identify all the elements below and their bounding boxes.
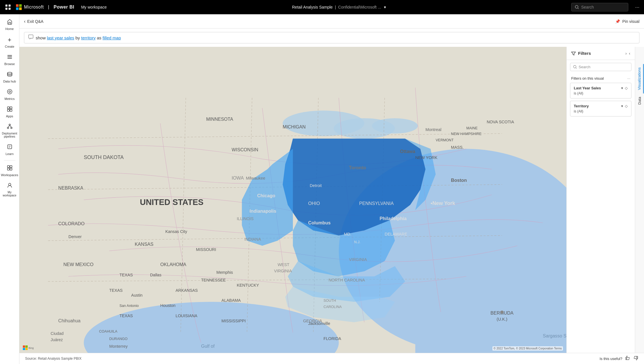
filter-value-1: is (All) [574, 91, 628, 95]
footer: Source: Retail Analysis Sample PBIX Is t… [19, 353, 644, 364]
filter-header: Filters › ‹ [567, 47, 635, 60]
svg-text:Jacksonville: Jacksonville [308, 321, 330, 326]
svg-line-20 [10, 126, 11, 127]
svg-rect-8 [7, 58, 12, 59]
sidebar-item-deployment[interactable]: Deployment pipelines [1, 121, 19, 140]
svg-rect-12 [7, 107, 9, 109]
svg-rect-29 [29, 35, 33, 38]
svg-point-37 [372, 118, 418, 134]
filter-section-dots[interactable]: ··· [627, 76, 630, 81]
svg-text:KANSAS: KANSAS [135, 242, 153, 247]
sidebar-label-learn: Learn [5, 152, 13, 156]
svg-text:CAROLINA: CAROLINA [323, 305, 342, 309]
svg-rect-0 [5, 5, 7, 7]
thumbs-up-icon[interactable] [625, 355, 630, 362]
svg-text:Gulf of: Gulf of [201, 343, 215, 349]
qa-bar: show last year sales by territory as fil… [24, 32, 639, 43]
sidebar-item-workspaces[interactable]: Workspaces [1, 163, 19, 179]
svg-text:NEW YORK: NEW YORK [415, 155, 438, 160]
svg-text:Montreal: Montreal [426, 127, 442, 132]
exit-qa-label: Exit Q&A [27, 19, 43, 24]
svg-rect-124 [23, 345, 25, 348]
report-title: Retail Analysis Sample | Confidential\Mi… [111, 5, 567, 9]
sidebar-item-apps[interactable]: Apps [1, 104, 19, 120]
filter-clear-1[interactable]: ◇ [625, 86, 628, 90]
filter-chevron-1[interactable]: ▾ [621, 86, 623, 90]
svg-rect-3 [9, 8, 11, 10]
svg-text:UNITED STATES: UNITED STATES [140, 198, 204, 207]
filter-card-header-1: Last Year Sales ▾ ◇ [574, 86, 628, 90]
myworkspace-icon [7, 182, 13, 190]
sidebar-label-metrics: Metrics [5, 97, 15, 100]
svg-rect-14 [7, 109, 9, 111]
svg-text:WISCONSIN: WISCONSIN [232, 147, 258, 152]
thumbs-down-icon[interactable] [633, 355, 638, 362]
svg-text:Kansas City: Kansas City [165, 229, 187, 234]
map-logo-icon: Bing [23, 345, 40, 351]
sidebar-item-create[interactable]: + Create [1, 34, 19, 51]
map-copyright: © 2022 TomTom, © 2023 Microsoft Corporat… [492, 346, 563, 351]
filter-chevron-2[interactable]: ▾ [621, 104, 623, 108]
qa-highlight-2[interactable]: territory [81, 35, 96, 40]
grid-icon[interactable] [5, 4, 11, 11]
tab-visualizations[interactable]: Visualizations [635, 64, 644, 93]
sidebar-item-datahub[interactable]: Data hub [1, 69, 19, 85]
workspaces-icon [7, 165, 13, 172]
filter-name-2: Territory [574, 104, 589, 108]
map-container[interactable]: UNITED STATES SOUTH DAKOTA NEBRASKA COLO… [19, 47, 566, 353]
svg-text:COLORADO: COLORADO [58, 221, 84, 226]
filter-card-last-year-sales: Last Year Sales ▾ ◇ is (All) [570, 83, 631, 98]
sidebar-item-learn[interactable]: Learn [1, 142, 19, 158]
svg-rect-6 [7, 55, 12, 56]
topbar: Microsoft | Power BI My workspace Retail… [0, 0, 644, 14]
sidebar-label-browse: Browse [4, 62, 15, 66]
svg-text:NOVA SCOTIA: NOVA SCOTIA [487, 120, 514, 124]
title-chevron-icon[interactable]: ▾ [384, 5, 386, 9]
svg-text:Indianapolis: Indianapolis [249, 208, 276, 214]
sidebar-label-myworkspace: My workspace [2, 191, 18, 197]
sidebar-item-home[interactable]: Home [1, 17, 19, 33]
svg-text:Denver: Denver [69, 234, 82, 239]
sidebar-divider [4, 160, 15, 160]
svg-text:(U.K.): (U.K.) [497, 317, 507, 321]
filter-collapse-icon[interactable]: ‹ [629, 51, 630, 56]
svg-line-130 [576, 68, 577, 69]
svg-text:Houston: Houston [160, 303, 175, 308]
sidebar-item-myworkspace[interactable]: My workspace [1, 180, 19, 199]
svg-text:NEW HAMPSHIRE: NEW HAMPSHIRE [451, 132, 482, 136]
svg-text:LOUISIANA: LOUISIANA [176, 313, 198, 318]
topbar-search[interactable]: Search [571, 3, 628, 11]
sidebar-item-metrics[interactable]: Metrics [1, 87, 19, 103]
svg-text:OKLAHOMA: OKLAHOMA [160, 262, 186, 267]
svg-text:Sargasso Sea: Sargasso Sea [543, 333, 566, 338]
sidebar-item-browse[interactable]: Browse [1, 52, 19, 68]
svg-text:DURANGO: DURANGO [109, 337, 128, 341]
tab-data[interactable]: Data [636, 93, 643, 108]
filter-search[interactable]: Search [570, 63, 631, 71]
svg-text:TEXAS: TEXAS [120, 273, 133, 277]
qa-highlight-1[interactable]: last year sales [47, 35, 74, 40]
pin-visual-button[interactable]: 📌 Pin visual [615, 19, 639, 24]
svg-text:KENTUCKY: KENTUCKY [237, 283, 259, 287]
qa-highlight-3[interactable]: filled map [102, 35, 121, 40]
svg-point-11 [9, 91, 11, 92]
filter-card-icons-2: ▾ ◇ [621, 104, 628, 108]
content-area: ‹ Exit Q&A 📌 Pin visual show last year s… [19, 14, 644, 364]
svg-text:Dallas: Dallas [150, 273, 162, 277]
filter-clear-2[interactable]: ◇ [625, 104, 628, 108]
filter-panel: Filters › ‹ Search Filters on this vi [566, 47, 635, 353]
svg-rect-21 [8, 145, 12, 149]
svg-text:ARKANSAS: ARKANSAS [176, 288, 198, 293]
filter-section-title: Filters on this visual ··· [567, 74, 635, 82]
svg-rect-131 [626, 358, 627, 360]
svg-text:Ciudad: Ciudad [51, 331, 63, 336]
topbar-logo: Microsoft | Power BI [16, 4, 74, 10]
more-options-icon[interactable]: ··· [635, 4, 639, 10]
svg-point-28 [9, 183, 11, 186]
deployment-icon [7, 124, 13, 131]
exit-qa-button[interactable]: ‹ Exit Q&A [24, 19, 43, 24]
workspace-label[interactable]: My workspace [81, 5, 106, 9]
svg-text:San Antonio: San Antonio [120, 304, 139, 308]
filter-expand-icon[interactable]: › [625, 51, 627, 56]
svg-point-119 [500, 311, 504, 314]
